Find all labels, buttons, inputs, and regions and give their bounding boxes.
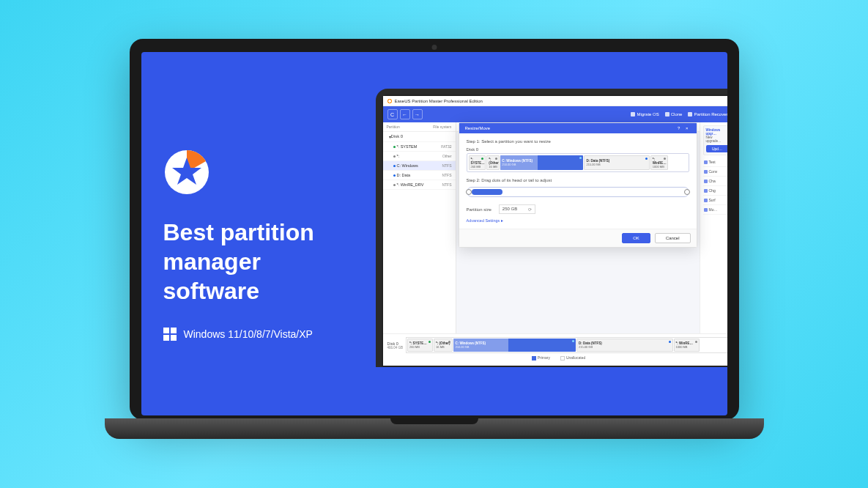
svg-rect-2 xyxy=(163,328,169,333)
partition-size-input[interactable]: 250 GB⟳ xyxy=(499,204,535,214)
tool-item[interactable]: Chg xyxy=(703,186,727,196)
toolbar-migrate-os[interactable]: Migrate OS xyxy=(631,112,659,117)
partition-segment[interactable]: *: WinRE…1000 MB xyxy=(674,339,700,352)
tool-item[interactable]: Mo… xyxy=(703,205,727,215)
refresh-button[interactable]: C xyxy=(387,109,398,119)
sidebar-row[interactable]: D: DataNTFS xyxy=(383,171,456,180)
os-support: Windows 11/10/8/7/Vista/XP xyxy=(163,328,361,341)
slider-handle-left[interactable] xyxy=(466,189,472,195)
redo-button[interactable]: → xyxy=(412,109,423,119)
app-titlebar: EaseUS Partition Master Professional Edi… xyxy=(383,96,727,106)
dialog-step2: Step 2: Drag dots of its head or tail to… xyxy=(467,178,689,182)
camera-dot xyxy=(431,45,437,50)
size-label: Partition size xyxy=(467,207,492,212)
svg-rect-4 xyxy=(163,335,169,341)
app-window: EaseUS Partition Master Professional Edi… xyxy=(383,96,727,366)
slider-handle-right[interactable] xyxy=(684,189,690,195)
sidebar-row[interactable]: *: SYSTEMFAT32 xyxy=(383,142,456,152)
promo-screen: Best partition manager software Windows … xyxy=(141,52,727,415)
app-logo xyxy=(163,149,210,196)
advanced-settings-link[interactable]: Advanced Settings ▸ xyxy=(467,218,689,223)
laptop-base xyxy=(105,418,764,439)
partition-segment[interactable]: C: Windows (NTFS)250.00 GB xyxy=(453,339,576,352)
partition-segment[interactable]: *: WinRE…1000 MB xyxy=(650,155,668,170)
sidebar-row[interactable]: *:Other xyxy=(383,152,456,161)
resize-dialog: Resize/Move ? × Step 1: Select a partiti… xyxy=(459,122,697,248)
sidebar-row[interactable]: *: WinRE_DRVNTFS xyxy=(383,180,456,190)
app-toolbar: C ← → Migrate OSClonePartition Recovery xyxy=(383,106,727,122)
partition-segment[interactable]: C: Windows (NTFS)250.00 GB xyxy=(500,155,583,170)
toolbar-clone[interactable]: Clone xyxy=(665,112,683,117)
col-partition: Partition xyxy=(387,125,434,129)
os-label: Windows 11/10/8/7/Vista/XP xyxy=(184,328,313,340)
titlebar-app-icon xyxy=(387,99,392,103)
right-panel: Windows upgr… New upgrade… Upd… TestConv… xyxy=(700,122,727,333)
partition-segment[interactable]: *: (Other)16 MB xyxy=(434,339,453,352)
partition-segment[interactable]: D: Data (NTFS)215.00 GB xyxy=(584,155,649,170)
dialog-step1: Step 1: Select a partition you want to r… xyxy=(467,139,689,144)
center-pane: Capacity Used Status Type Resize/Move ? … xyxy=(456,122,700,333)
partition-segment[interactable]: D: Data (NTFS)215.00 GB xyxy=(576,339,673,352)
partition-selector-bar[interactable]: *: SYSTE…260 MB*: (Other)16 MBC: Windows… xyxy=(467,153,689,172)
tool-item[interactable]: Test xyxy=(703,158,727,167)
inner-app-laptop: EaseUS Partition Master Professional Edi… xyxy=(376,89,727,396)
bottom-partition-bar[interactable]: *: SYSTE…260 MB*: (Other)16 MBC: Windows… xyxy=(406,337,727,353)
promo-headline: Best partition manager software xyxy=(163,218,361,306)
partition-sidebar: Partition File system ▾ Disk 0 *: SYSTEM… xyxy=(383,122,456,333)
cancel-button[interactable]: Cancel xyxy=(655,233,691,243)
dialog-window-controls[interactable]: ? × xyxy=(678,126,691,130)
tool-item[interactable]: Cha xyxy=(703,177,727,186)
sidebar-disk[interactable]: ▾ Disk 0 xyxy=(383,132,456,142)
ok-button[interactable]: OK xyxy=(622,233,650,243)
windows-icon xyxy=(163,328,177,341)
app-title: EaseUS Partition Master Professional Edi… xyxy=(395,99,483,103)
tool-item[interactable]: Surf xyxy=(703,196,727,205)
svg-rect-5 xyxy=(171,335,177,341)
col-filesystem: File system xyxy=(433,125,451,129)
tool-item[interactable]: Conv xyxy=(703,167,727,177)
partition-segment[interactable]: *: SYSTE…260 MB xyxy=(469,155,486,170)
dialog-title: Resize/Move xyxy=(465,126,491,130)
outer-laptop-mockup: Best partition manager software Windows … xyxy=(105,39,764,449)
sidebar-row[interactable]: C: WindowsNTFS xyxy=(383,161,456,171)
resize-slider[interactable] xyxy=(467,187,689,197)
partition-segment[interactable]: *: SYSTE…260 MB xyxy=(407,339,433,352)
bottom-disk-map: Disk 0 466.04 GB *: SYSTE…260 MB*: (Othe… xyxy=(383,333,727,366)
svg-rect-3 xyxy=(171,328,177,333)
partition-segment[interactable]: *: (Other)16 MB xyxy=(486,155,500,170)
undo-button[interactable]: ← xyxy=(400,109,410,119)
toolbar-partition-recovery[interactable]: Partition Recovery xyxy=(688,112,727,117)
update-button[interactable]: Upd… xyxy=(706,145,727,152)
